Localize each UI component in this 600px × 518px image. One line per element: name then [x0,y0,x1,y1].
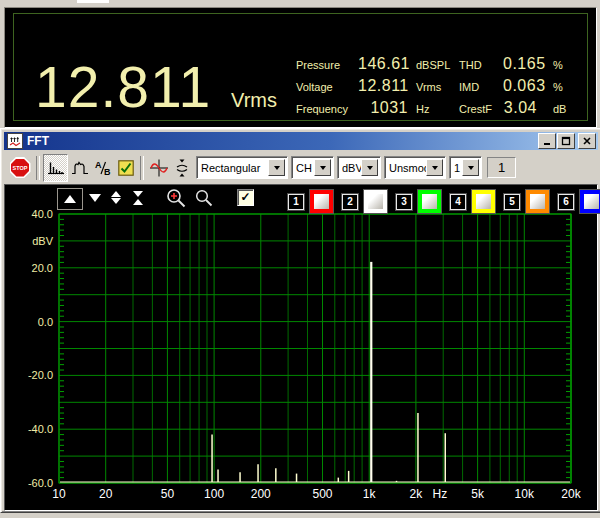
measurement-row: Pressure 146.61 dBSPL THD 0.165 % [296,55,566,77]
units-combo[interactable]: dBV [337,156,381,179]
channel-4-color-box[interactable] [472,190,495,213]
x-tick-label: 10 [52,487,65,501]
pressure-unit: dBSPL [408,59,459,71]
zoom-in-icon [166,188,188,209]
chevron-down-icon[interactable] [426,159,443,176]
sine-axes-icon [149,159,169,177]
ab-compare-button[interactable]: A B [91,155,114,181]
fft-app-icon [7,133,23,149]
spectrum-graph-panel: 1020501002005001k2k5k10k20kHz 40.020.00.… [4,184,598,511]
scale-fit-button[interactable] [133,191,143,205]
average-counter: 1 [487,157,516,178]
window-function-combo[interactable]: Rectangular [196,156,288,179]
zoom-out-button[interactable] [195,189,215,212]
chevron-down-icon[interactable] [268,159,285,176]
channel-1-color-box[interactable] [310,190,333,213]
toolbar-separator [36,156,40,180]
averages-value: 1 [450,162,462,174]
measurement-row: Frequency 1031 Hz CrestF 3.04 dB [296,99,566,121]
maximize-button[interactable] [557,133,575,149]
autoscale-button[interactable] [170,155,193,181]
checklist-icon [118,160,134,176]
channel-2-color-box[interactable] [364,190,387,213]
channel-6-button[interactable]: 6 [558,194,574,210]
a-b-icon: A B [94,160,112,176]
generator-button[interactable] [147,155,170,181]
svg-text:A: A [95,160,102,170]
stop-icon: STOP [10,157,31,178]
frequency-label: Frequency [296,103,358,115]
channel-value: CH A [292,162,314,174]
rta-view-button[interactable] [68,155,91,181]
units-value: dBV [338,162,361,174]
averages-combo[interactable]: 1 [449,156,482,179]
meter-display-panel: 12.811 Vrms Pressure 146.61 dBSPL THD 0.… [4,7,597,128]
y-tick-label: -20.0 [9,369,53,381]
stop-button[interactable]: STOP [7,155,33,181]
frequency-unit: Hz [408,103,459,115]
measurement-grid: Pressure 146.61 dBSPL THD 0.165 % Voltag… [296,55,566,121]
scale-down-button[interactable] [89,194,101,202]
window-title: FFT [27,134,537,148]
arrow-down-icon [111,198,121,204]
test-setup-button[interactable] [114,155,137,181]
channel-5-button[interactable]: 5 [504,194,520,210]
chevron-down-icon[interactable] [314,159,331,176]
crestf-value: 3.04 [503,99,537,117]
channel-selector-row: 1 2 3 4 5 6 7 [288,190,600,213]
thd-value: 0.165 [503,55,537,73]
minimize-button[interactable] [538,133,556,149]
overlapping-window-edge [77,0,109,3]
x-tick-label: 100 [204,487,224,501]
primary-readout-unit: Vrms [231,89,277,112]
primary-readout: 12.811 Vrms [35,58,277,116]
crestf-label: CrestF [459,103,503,115]
voltage-label: Voltage [296,81,358,93]
x-tick-label: 1k [363,487,376,501]
spectrum-bars-icon [47,160,65,176]
maximize-icon [561,136,571,146]
voltage-unit: Vrms [408,81,459,93]
primary-readout-value: 12.811 [35,58,211,116]
arrow-down-icon [133,191,143,197]
voltage-value: 12.811 [358,77,408,95]
y-axis-unit: dBV [9,235,53,247]
channel-2-button[interactable]: 2 [342,194,358,210]
chevron-down-icon[interactable] [361,159,378,176]
zoom-out-icon [195,189,215,208]
y-tick-label: -60.0 [9,477,53,489]
smoothing-combo[interactable]: Unsmoothed [384,156,446,179]
channel-5-color-box[interactable] [526,190,549,213]
channel-3-button[interactable]: 3 [396,194,412,210]
y-tick-label: -40.0 [9,423,53,435]
channel-combo[interactable]: CH A [291,156,334,179]
y-tick-label: 40.0 [9,208,53,220]
x-tick-label: 5k [471,487,484,501]
arrow-up-icon [111,191,121,197]
x-axis-unit: Hz [433,487,448,501]
thd-unit: % [537,59,563,71]
scale-expand-button[interactable] [111,191,121,204]
thd-label: THD [459,59,503,71]
spectrum-plot [5,185,597,510]
channel-6-color-box[interactable] [580,190,600,213]
title-bar[interactable]: FFT [4,132,598,150]
channel-1-button[interactable]: 1 [288,194,304,210]
fft-window: FFT STOP A [0,128,600,513]
channel-4-button[interactable]: 4 [450,194,466,210]
chevron-down-icon[interactable] [462,159,479,176]
overlay-checkbox[interactable]: ✓ [237,189,254,206]
x-tick-label: 500 [312,487,332,501]
imd-value: 0.063 [503,77,537,95]
spectrum-view-button[interactable] [43,154,68,182]
channel-3-color-box[interactable] [418,190,441,213]
toolbar: STOP A B [4,151,598,184]
x-tick-label: 2k [410,487,423,501]
close-button[interactable] [578,133,596,149]
svg-text:B: B [104,167,111,176]
zoom-in-button[interactable] [166,188,188,213]
y-tick-label: 0.0 [9,316,53,328]
pressure-label: Pressure [296,59,358,71]
x-tick-label: 20k [561,487,580,501]
scale-up-button[interactable] [57,188,83,210]
